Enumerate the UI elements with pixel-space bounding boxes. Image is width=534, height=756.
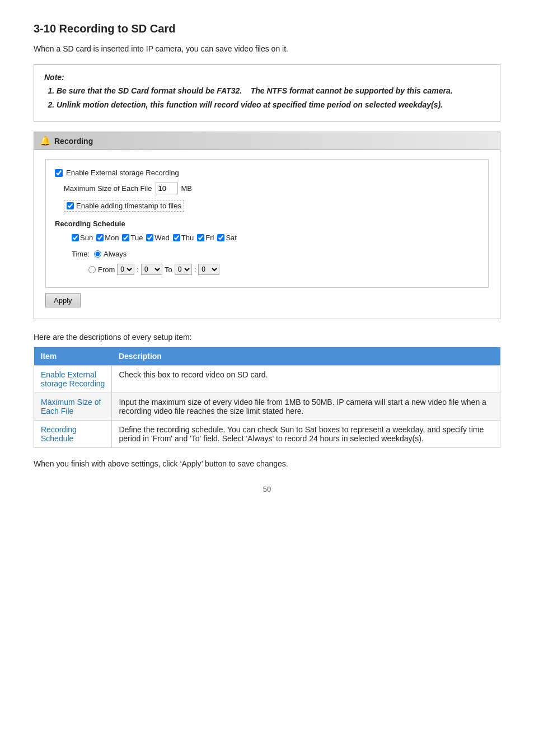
checkbox-wed[interactable] [146, 234, 153, 241]
max-size-unit: MB [181, 184, 193, 193]
col-description: Description [112, 347, 500, 366]
intro-text: When a SD card is inserted into IP camer… [34, 44, 500, 53]
desc-cell-1: Check this box to record video on SD car… [112, 366, 500, 393]
from-hour-select[interactable]: 0 1 2 [117, 264, 134, 275]
timestamp-dotted-box: Enable adding timestamp to files [64, 200, 184, 212]
schedule-label: Recording Schedule [55, 220, 479, 228]
apply-button[interactable]: Apply [45, 293, 81, 307]
day-thu: Thu [173, 234, 194, 242]
day-sun: Sun [72, 234, 93, 242]
always-radio[interactable] [94, 250, 101, 258]
day-sat: Sat [217, 234, 237, 242]
max-size-input[interactable] [156, 183, 178, 194]
to-label: To [165, 265, 172, 274]
max-size-row: Maximum Size of Each File MB [55, 183, 479, 194]
day-wed: Wed [146, 234, 170, 242]
checkbox-sat[interactable] [217, 234, 224, 241]
note-item-2: Unlink motion detection, this function w… [57, 99, 490, 111]
days-row: Sun Mon Tue Wed Thu Fri [55, 234, 479, 242]
col-item: Item [34, 347, 112, 366]
descriptions-table: Item Description Enable Externalstorage … [34, 347, 500, 448]
day-mon: Mon [96, 234, 119, 242]
fromto-radio[interactable] [88, 266, 96, 273]
time-label: Time: [72, 250, 90, 258]
to-hour-select[interactable]: 0 1 2 [175, 264, 192, 275]
footer-text: When you finish with above settings, cli… [34, 459, 500, 468]
day-tue: Tue [122, 234, 143, 242]
note-label: Note: [44, 73, 490, 82]
checkbox-thu[interactable] [173, 234, 180, 241]
enable-label: Enable External storage Recording [66, 169, 179, 177]
table-row: Enable Externalstorage Recording Check t… [34, 366, 500, 393]
enable-checkbox[interactable] [55, 169, 63, 177]
checkbox-fri[interactable] [197, 234, 204, 241]
note-list: Be sure that the SD Card format should b… [44, 85, 490, 111]
from-label: From [98, 265, 115, 274]
item-cell-2: Maximum Size ofEach File [34, 393, 112, 421]
timestamp-label: Enable adding timestamp to files [76, 202, 181, 210]
to-min-select[interactable]: 0 15 30 45 [198, 264, 219, 275]
desc-cell-3: Define the recording schedule. You can c… [112, 421, 500, 448]
timestamp-checkbox[interactable] [67, 202, 74, 209]
item-cell-1: Enable Externalstorage Recording [34, 366, 112, 393]
table-row: RecordingSchedule Define the recording s… [34, 421, 500, 448]
desc-cell-2: Input the maximum size of every video fi… [112, 393, 500, 421]
note-item-1: Be sure that the SD Card format should b… [57, 85, 490, 97]
table-row: Maximum Size ofEach File Input the maxim… [34, 393, 500, 421]
recording-panel: Enable External storage Recording Maximu… [34, 150, 500, 319]
panel-inner: Enable External storage Recording Maximu… [45, 159, 489, 288]
page-number: 50 [34, 485, 500, 493]
checkbox-sun[interactable] [72, 234, 79, 241]
time-row: Time: Always [55, 250, 479, 258]
day-fri: Fri [197, 234, 214, 242]
page-title: 3-10 Recording to SD Card [34, 22, 500, 35]
note-box: Note: Be sure that the SD Card format sh… [34, 64, 500, 122]
from-min-select[interactable]: 0 15 30 45 [141, 264, 162, 275]
always-radio-group: Always [94, 250, 127, 258]
max-size-label: Maximum Size of Each File [64, 184, 152, 193]
always-label: Always [104, 250, 127, 258]
timestamp-row: Enable adding timestamp to files [55, 200, 479, 212]
section-title: Recording [54, 137, 93, 146]
section-header: 🔔 Recording [34, 132, 500, 150]
enable-row: Enable External storage Recording [55, 169, 479, 177]
item-cell-3: RecordingSchedule [34, 421, 112, 448]
bell-icon: 🔔 [40, 136, 51, 146]
checkbox-tue[interactable] [122, 234, 129, 241]
descriptions-label: Here are the descriptions of every setup… [34, 333, 500, 342]
from-to-row: From 0 1 2 : 0 15 30 45 To 0 1 2 : 0 [55, 264, 479, 275]
checkbox-mon[interactable] [96, 234, 104, 241]
